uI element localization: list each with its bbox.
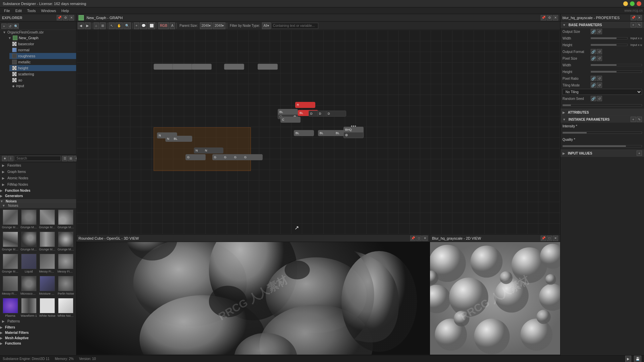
node-top-2[interactable]	[172, 64, 193, 70]
toolbar-comment[interactable]: 💬	[140, 22, 147, 29]
props-format-reset[interactable]: ↺	[597, 49, 602, 54]
toolbar-home[interactable]: ⌂	[94, 22, 99, 29]
texture-maximize[interactable]: □	[547, 236, 552, 241]
explorer-new-graph[interactable]: ▼ New_Graph	[5, 35, 76, 41]
lib-thumb-grunge014[interactable]: Grunge Map 014	[57, 232, 75, 251]
node-r1[interactable]: BL	[294, 130, 314, 136]
node-5[interactable]: N	[203, 147, 223, 154]
lib-thumb-moisture[interactable]: Moisture Noise	[39, 276, 56, 295]
texture-canvas[interactable]: RRCG 人人素材	[430, 242, 560, 355]
node-6[interactable]: G	[185, 154, 206, 160]
props-inst-add[interactable]: +	[631, 117, 636, 122]
node-3[interactable]: BL	[172, 136, 192, 142]
lib-functions-header[interactable]: ▶ Functions	[0, 341, 76, 345]
lib-star[interactable]: ★	[2, 156, 7, 161]
props-px-link[interactable]: 🔗	[591, 56, 596, 61]
props-pin[interactable]: 📌	[631, 15, 636, 20]
explorer-height[interactable]: height	[9, 65, 76, 71]
explorer-search[interactable]: 🔍	[13, 23, 19, 29]
viewport-pin[interactable]: 📌	[410, 236, 416, 241]
node-red-1[interactable]: R	[295, 102, 315, 108]
props-format-link[interactable]: 🔗	[591, 49, 596, 54]
menu-file[interactable]: File	[1, 7, 13, 14]
props-px-reset[interactable]: ↺	[597, 56, 602, 61]
node-10[interactable]: G	[243, 154, 263, 160]
lib-noises-header[interactable]: ▼ Noises	[0, 199, 76, 203]
menu-edit[interactable]: Edit	[13, 7, 24, 14]
props-seed-reset[interactable]: ↺	[597, 96, 602, 101]
node-top-3[interactable]	[192, 64, 212, 70]
lib-thumb-mf1[interactable]: Messy Fibers 1	[39, 254, 56, 273]
lib-favorites-tab[interactable]: ▶ Favorites	[0, 163, 76, 168]
lib-thumb-liquid[interactable]: Liquid	[20, 254, 38, 273]
props-intensity-slider[interactable]	[562, 132, 642, 134]
explorer-add[interactable]: +	[1, 23, 7, 29]
props-quality-slider[interactable]	[562, 145, 642, 147]
lib-info[interactable]: i	[8, 156, 13, 161]
lib-thumb-plasma[interactable]: Plasma	[1, 298, 19, 317]
lib-material-filters-header[interactable]: ▶ Material Filters	[0, 330, 76, 335]
lib-thumb-white-noise-fast[interactable]: White Noise Fast	[57, 298, 75, 317]
status-render-btn[interactable]: ▶	[625, 356, 631, 362]
lib-graph-items-tab[interactable]: ▶ Graph Items	[0, 169, 76, 174]
explorer-roughness[interactable]: roughness	[9, 53, 76, 59]
explorer-metallic[interactable]: metallic	[9, 59, 76, 65]
texture-close[interactable]: ✕	[553, 236, 558, 241]
props-tiling-dropdown[interactable]: No Tiling Horizontal Vertical Both	[562, 89, 642, 95]
node-top-4[interactable]	[224, 64, 244, 70]
lib-thumb-perlin[interactable]: Perlin Noise	[57, 276, 75, 295]
explorer-basecolor[interactable]: basecolor	[9, 41, 76, 47]
lib-function-nodes-header[interactable]: ▶ Function Nodes	[0, 188, 76, 192]
lib-thumb-white-noise[interactable]: White Noise	[39, 298, 56, 317]
graph-pin[interactable]: 📌	[541, 15, 546, 20]
lib-filmap-tab[interactable]: ▶ FilMap Nodes	[0, 182, 76, 187]
props-tiling-link[interactable]: 🔗	[591, 82, 596, 88]
toolbar-color-mode[interactable]: RGB	[158, 22, 169, 29]
lib-thumb-grunge013[interactable]: Grunge Map 013	[39, 232, 56, 251]
menu-tools[interactable]: Tools	[24, 7, 39, 14]
lib-generators-header[interactable]: ▶ Generators	[0, 194, 76, 198]
explorer-input[interactable]: ◈ input	[9, 83, 76, 88]
props-tiling-reset[interactable]: ↺	[597, 82, 602, 88]
texture-pin[interactable]: 📌	[541, 236, 546, 241]
props-link[interactable]: 🔗	[591, 29, 596, 34]
lib-thumb-grunge007[interactable]: Grunge Map 007	[1, 209, 19, 229]
lib-thumb-mf2[interactable]: Messy Fibers 2	[57, 254, 75, 273]
props-ratio-reset[interactable]: ↺	[597, 76, 602, 81]
toolbar-pan[interactable]: ✋	[115, 22, 123, 29]
graph-settings[interactable]: ⚙	[547, 15, 552, 20]
explorer-refresh[interactable]: ↺	[7, 23, 13, 29]
props-base-edit[interactable]: ✎	[637, 22, 642, 27]
props-width-slider[interactable]	[591, 37, 628, 39]
lib-thumb-grunge011[interactable]: Grunge Map 011	[1, 232, 19, 251]
toolbar-zoom-fit[interactable]: ⊞	[100, 22, 106, 29]
props-base-params-header[interactable]: ▼ BASE PARAMETERS + ✎	[560, 21, 644, 28]
lib-thumb-grunge015[interactable]: Grunge Map 015	[1, 254, 19, 273]
filter-dropdown[interactable]: All▾	[262, 22, 271, 29]
lib-list-view[interactable]: ☰	[62, 156, 67, 161]
lib-thumb-mf3[interactable]: Messy Fibers 3	[1, 276, 19, 295]
parent-size-dropdown[interactable]: 2048▾	[200, 22, 212, 29]
graph-close[interactable]: ✕	[553, 15, 558, 20]
lib-noises-sub[interactable]: ▼ Noises	[0, 203, 76, 208]
lib-thumb-grunge009[interactable]: Grunge Map 009	[39, 209, 56, 229]
props-inst-edit[interactable]: ✎	[637, 117, 642, 122]
explorer-pin[interactable]: 📌	[57, 15, 62, 20]
lib-patterns-tab[interactable]: ▶ Patterns	[0, 319, 76, 324]
lib-thumb-grunge010[interactable]: Grunge Map 010	[57, 209, 75, 229]
explorer-ao[interactable]: ao	[9, 77, 76, 83]
library-search-input[interactable]	[15, 156, 61, 161]
menu-help[interactable]: Help	[59, 7, 72, 14]
node-labeled[interactable]: ●●● BHQ	[343, 127, 364, 138]
lib-mesh-adaptive-header[interactable]: ▶ Mesh Adaptive	[0, 336, 76, 340]
maximize-button[interactable]	[630, 1, 635, 6]
viewport-close[interactable]: ✕	[422, 236, 428, 241]
size-dropdown[interactable]: 2048▾	[213, 22, 225, 29]
props-reset[interactable]: ↺	[597, 29, 602, 34]
explorer-close[interactable]: ✕	[69, 15, 74, 20]
graph-search-input[interactable]	[271, 23, 318, 29]
props-input-values-header[interactable]: ▶ INPUT VALUES +	[560, 150, 644, 157]
lib-thumb-grunge012[interactable]: Grunge Map 012	[20, 232, 38, 251]
props-px-width-slider[interactable]	[591, 64, 642, 66]
status-save-btn[interactable]: 💾	[634, 356, 641, 362]
